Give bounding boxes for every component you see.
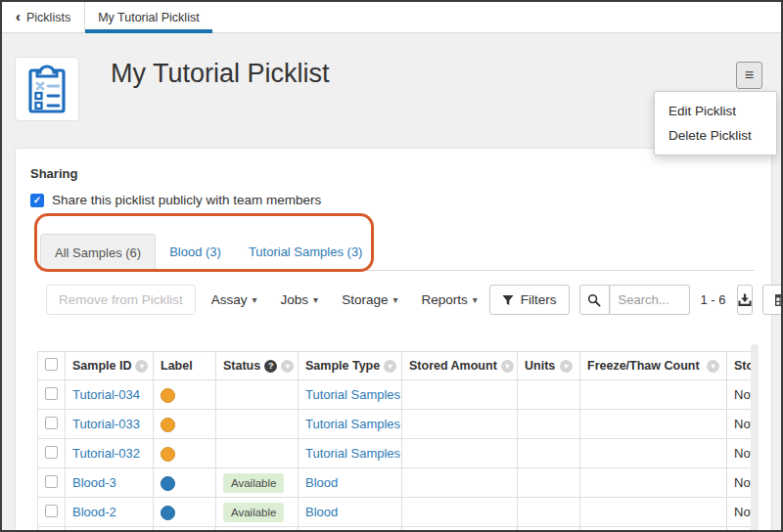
- sample-id-link[interactable]: Blood-2: [72, 505, 116, 519]
- picklist-menu-dropdown: Edit Picklist Delete Picklist: [654, 91, 777, 155]
- page-title: My Tutorial Picklist: [111, 59, 330, 89]
- table-row: Tutorial-032 Tutorial Samples Not i: [38, 439, 753, 468]
- reports-menu[interactable]: Reports ▾: [409, 292, 488, 307]
- help-icon[interactable]: ?: [264, 360, 277, 373]
- row-range-indicator: 1 - 6: [701, 292, 726, 307]
- search-input[interactable]: [610, 285, 690, 315]
- column-header-label[interactable]: Label: [161, 359, 193, 373]
- sample-id-link[interactable]: Tutorial-032: [72, 446, 140, 461]
- column-header-freeze-thaw[interactable]: Freeze/Thaw Count: [587, 359, 700, 373]
- label-color-dot: [161, 418, 175, 432]
- picklist-icon-card: [15, 57, 79, 121]
- sample-type-link[interactable]: Tutorial Samples: [305, 446, 400, 461]
- search-icon: [587, 293, 601, 307]
- label-color-dot: [161, 388, 175, 403]
- tab-blood[interactable]: Blood (3): [156, 234, 235, 270]
- menu-item-edit-picklist[interactable]: Edit Picklist: [655, 99, 776, 123]
- sample-id-link[interactable]: Tutorial-034: [72, 387, 140, 402]
- export-button[interactable]: [737, 285, 753, 315]
- caret-down-icon: ▾: [473, 294, 478, 305]
- clipboard-icon: [25, 64, 69, 114]
- column-header-sample-id[interactable]: Sample ID: [72, 359, 131, 373]
- download-icon: [738, 293, 752, 307]
- row-checkbox[interactable]: [45, 446, 58, 459]
- storage-cell: Not i: [727, 498, 753, 527]
- samples-grid: Sample ID▾ Label Status?▾ Sample Type▾ S…: [37, 351, 752, 532]
- storage-cell: Not i: [727, 468, 753, 498]
- search-button[interactable]: [579, 285, 610, 315]
- top-tab-label: My Tutorial Picklist: [98, 11, 200, 24]
- app-window: ‹ Picklists My Tutorial Picklist My Tuto…: [0, 0, 783, 532]
- sample-type-link[interactable]: Tutorial Samples: [305, 387, 400, 402]
- label-color-dot: [161, 506, 175, 520]
- row-checkbox[interactable]: [45, 505, 58, 517]
- column-header-sample-type[interactable]: Sample Type: [305, 359, 380, 373]
- menu-item-delete-picklist[interactable]: Delete Picklist: [655, 123, 776, 148]
- check-icon: ✓: [33, 195, 41, 205]
- sharing-heading: Sharing: [30, 166, 757, 181]
- sample-id-link[interactable]: Tutorial-033: [72, 417, 140, 431]
- sort-chevron-icon[interactable]: ▾: [281, 360, 294, 373]
- filter-funnel-icon: [502, 294, 514, 306]
- remove-from-picklist-button[interactable]: Remove from Picklist: [46, 285, 196, 315]
- select-all-checkbox[interactable]: [45, 358, 58, 371]
- label-color-dot: [161, 476, 175, 491]
- row-checkbox[interactable]: [45, 475, 58, 488]
- search-group: [579, 285, 690, 315]
- table-row: Blood-3 Available Blood Not i: [38, 468, 753, 498]
- sample-type-link[interactable]: Blood: [305, 475, 338, 490]
- table-row: Tutorial-033 Tutorial Samples Not i: [38, 410, 753, 439]
- table-row: Tutorial-034 Tutorial Samples Not i: [38, 380, 753, 410]
- sample-tabs: All Samples (6) Blood (3) Tutorial Sampl…: [40, 234, 755, 271]
- back-to-picklists-link[interactable]: ‹ Picklists: [2, 2, 85, 32]
- sample-id-link[interactable]: Blood-3: [72, 475, 116, 490]
- caret-down-icon: ▾: [392, 294, 397, 305]
- column-header-units[interactable]: Units: [525, 359, 555, 373]
- filters-button[interactable]: Filters: [489, 285, 570, 315]
- back-label: Picklists: [26, 11, 70, 24]
- hamburger-icon: ≡: [745, 66, 754, 84]
- label-color-dot: [161, 447, 175, 462]
- tab-all-samples[interactable]: All Samples (6): [40, 234, 156, 271]
- storage-cell: Not i: [727, 380, 753, 410]
- column-header-stored-amount[interactable]: Stored Amount: [409, 359, 497, 373]
- row-checkbox[interactable]: [45, 417, 58, 429]
- sort-chevron-icon[interactable]: ▾: [501, 360, 514, 373]
- share-publicly-row[interactable]: ✓ Share this picklist publicly with team…: [30, 193, 321, 207]
- top-tab-bar: ‹ Picklists My Tutorial Picklist: [2, 2, 781, 33]
- table-row: Blood-2 Available Blood Not i: [38, 498, 753, 527]
- grid-vertical-scrollbar[interactable]: [751, 344, 759, 532]
- sort-chevron-icon[interactable]: ▾: [707, 360, 719, 373]
- table-row: Blood-1 Available Blood Not i: [38, 527, 753, 532]
- share-checkbox-label: Share this picklist publicly with team m…: [52, 193, 321, 207]
- grid-toolbar: Remove from Picklist Assay ▾ Jobs ▾ Stor…: [46, 285, 755, 315]
- row-checkbox[interactable]: [45, 387, 58, 400]
- picklist-panel: Sharing ✓ Share this picklist publicly w…: [15, 148, 772, 532]
- tab-my-tutorial-picklist[interactable]: My Tutorial Picklist: [85, 2, 212, 32]
- grid-header-row: Sample ID▾ Label Status?▾ Sample Type▾ S…: [38, 352, 753, 380]
- column-header-storage[interactable]: Stora: [734, 359, 752, 373]
- chevron-left-icon: ‹: [16, 8, 21, 24]
- jobs-menu[interactable]: Jobs ▾: [269, 292, 331, 307]
- grid-views-icon: [775, 294, 783, 306]
- storage-menu[interactable]: Storage ▾: [330, 292, 409, 307]
- sort-chevron-icon[interactable]: ▾: [384, 360, 396, 373]
- storage-cell: Not i: [727, 410, 753, 439]
- status-badge: Available: [223, 473, 284, 493]
- sample-type-link[interactable]: Tutorial Samples: [305, 417, 400, 431]
- tab-tutorial-samples[interactable]: Tutorial Samples (3): [235, 234, 377, 270]
- hamburger-menu-button[interactable]: ≡: [736, 62, 762, 89]
- sample-type-link[interactable]: Blood: [305, 505, 338, 519]
- caret-down-icon: ▾: [313, 294, 318, 305]
- storage-cell: Not i: [727, 527, 753, 532]
- sort-chevron-icon[interactable]: ▾: [135, 360, 148, 373]
- share-checkbox[interactable]: ✓: [30, 194, 44, 207]
- assay-menu[interactable]: Assay ▾: [200, 292, 269, 307]
- column-header-status[interactable]: Status: [223, 359, 260, 373]
- sort-chevron-icon[interactable]: ▾: [560, 360, 573, 373]
- storage-cell: Not i: [727, 439, 753, 468]
- views-button[interactable]: Views ▾: [762, 285, 783, 315]
- status-badge: Available: [223, 503, 284, 522]
- caret-down-icon: ▾: [253, 294, 257, 305]
